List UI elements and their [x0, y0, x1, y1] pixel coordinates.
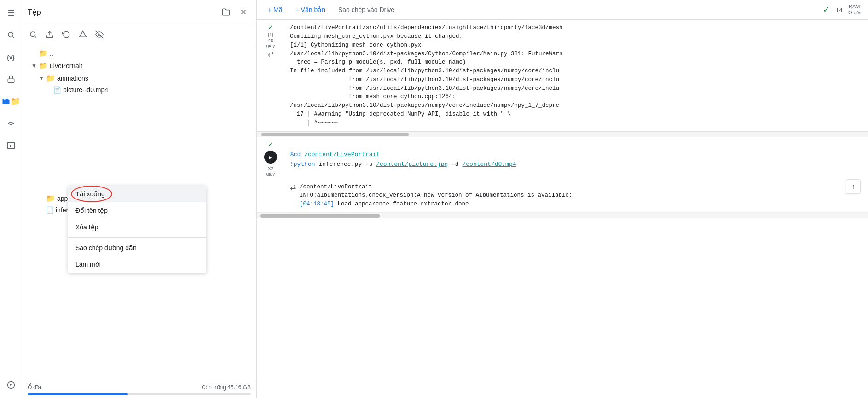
cell-2-output: /content/LivePortrait INFO:albumentation… [300, 183, 573, 209]
cell-2-output-wrapper: ⇄ /content/LivePortrait INFO:albumentati… [290, 183, 862, 209]
cell-2-time: 32giây [266, 166, 275, 176]
pyfile-icon-app: 📁 [46, 194, 55, 203]
main-toolbar: + Mã + Văn bản Sao chép vào Drive ✓ T4 R… [257, 0, 868, 20]
arrow-down-icon: ▼ [31, 63, 39, 69]
toolbar-right: ✓ T4 RAM Ổ đĩa [823, 4, 861, 16]
upload-file-icon[interactable] [42, 27, 57, 42]
sidebar-bottom: Ổ đĩa Còn trống 45.16 GB [22, 381, 256, 398]
cell-1-output: /content/LivePortrait/src/utils/dependen… [290, 23, 862, 127]
plus-text-label: + Văn bản [295, 6, 325, 13]
arrow-down-icon-2: ▼ [39, 75, 46, 82]
nav-disk-icon[interactable] [2, 376, 20, 394]
cell-2-reload-icon: ⇄ [290, 183, 296, 192]
notebook-content: ✓ [1] 46giây ⇄ /content/LivePortrait/src… [257, 20, 868, 398]
path-liveportrait: /content/LivePortrait [304, 151, 380, 158]
nav-terminal-icon[interactable] [2, 136, 20, 155]
nav-menu-icon[interactable]: ☰ [2, 4, 20, 22]
file-sidebar: Tệp [22, 0, 257, 398]
context-menu-copy-path[interactable]: Sao chép đường dẫn [68, 240, 206, 256]
nav-code-icon[interactable]: <> [2, 114, 20, 133]
svg-line-10 [35, 36, 36, 37]
hscroll-thumb-1 [261, 133, 409, 136]
tree-item-picture-d0[interactable]: 📄 picture--d0.mp4 [22, 84, 256, 95]
plus-code-label: + Mã [268, 6, 283, 13]
ram-label: RAM [849, 4, 860, 10]
svg-point-6 [10, 384, 12, 386]
cell-2-run-button[interactable]: ▶ [264, 151, 277, 164]
file-tree: 📁 .. ▼ 📁 LivePortrait ▼ 📁 animations 📄 p… [22, 45, 256, 217]
cell-1-reload-icon[interactable]: ⇄ [268, 49, 274, 58]
folder-icon-animations: 📁 [46, 74, 55, 82]
context-menu-download[interactable]: Tải xuống [68, 186, 206, 202]
bang-python: !python [290, 161, 315, 168]
tree-item-liveportrait[interactable]: ▼ 📁 LivePortrait [22, 59, 256, 72]
dest-path: /content/d0.mp4 [462, 161, 516, 168]
cell-1-time: 46giây [266, 38, 275, 48]
cell-1-check: ✓ [268, 23, 273, 31]
pct-cd: %cd [290, 151, 301, 158]
folder-icon-liveportrait: 📁 [39, 61, 48, 70]
cell-2-gutter: ✓ ▶ 32giây [257, 137, 284, 212]
svg-point-0 [8, 32, 13, 37]
context-menu-delete[interactable]: Xóa tệp [68, 219, 206, 235]
cell-1-number: [1] [268, 32, 273, 37]
nav-secrets-icon[interactable] [2, 70, 20, 88]
liveportrait-label: LivePortrait [50, 62, 82, 70]
close-sidebar-icon[interactable] [236, 5, 251, 19]
parent-dir-label: .. [50, 50, 53, 57]
nav-files-icon[interactable]: 📁 [2, 92, 20, 111]
disk-label: Ổ đĩa [28, 384, 41, 391]
search-files-icon[interactable] [26, 27, 41, 42]
add-text-button[interactable]: + Văn bản [292, 4, 329, 15]
cell-1-gutter: ✓ [1] 46giây ⇄ [257, 20, 284, 131]
disk-indicator-label: Ổ đĩa [848, 10, 861, 16]
sidebar-header-icons [219, 5, 251, 19]
scroll-up-button[interactable]: ↑ [846, 179, 861, 194]
disk-progress-fill [28, 393, 128, 395]
file-icon-mp4: 📄 [53, 86, 61, 94]
sidebar-header: Tệp [22, 0, 256, 24]
drive-btn-label: Sao chép vào Drive [338, 6, 394, 13]
svg-point-5 [7, 382, 14, 389]
source-path: /content/picture.jpg [376, 161, 448, 168]
ram-disk-indicator: RAM Ổ đĩa [848, 4, 861, 16]
add-code-button[interactable]: + Mã [264, 4, 286, 15]
nav-search-icon[interactable] [2, 26, 20, 44]
svg-line-1 [12, 36, 14, 38]
nav-variables-icon[interactable]: {x} [2, 48, 20, 66]
context-menu-divider [68, 237, 206, 238]
drive-sync-icon[interactable] [75, 27, 90, 42]
pyfile-icon-inference: 📄 [46, 206, 54, 214]
sidebar-toolbar [22, 24, 256, 45]
left-nav: ☰ {x} 📁 <> [0, 0, 22, 398]
tree-item-animations[interactable]: ▼ 📁 animations [22, 72, 256, 84]
context-menu-rename[interactable]: Đổi tên tệp [68, 202, 206, 219]
copy-to-drive-button[interactable]: Sao chép vào Drive [335, 4, 398, 15]
cell-1-body: /content/LivePortrait/src/utils/dependen… [284, 20, 868, 131]
hide-icon[interactable] [92, 27, 107, 42]
free-space-label: Còn trống 45.16 GB [202, 384, 251, 391]
context-menu-refresh[interactable]: Làm mới [68, 256, 206, 273]
svg-rect-2 [8, 79, 14, 82]
hscroll-bar-1[interactable] [257, 131, 868, 137]
cell-2-reload-row: ⇄ /content/LivePortrait INFO:albumentati… [290, 183, 862, 209]
sidebar-title: Tệp [28, 8, 41, 17]
status-check-icon: ✓ [823, 5, 830, 15]
disk-progress-bar [28, 393, 251, 395]
cell-2-input: %cd /content/LivePortrait !python infere… [290, 140, 862, 179]
svg-point-9 [30, 32, 35, 37]
svg-marker-12 [80, 31, 87, 37]
tree-item-parent[interactable]: 📁 .. [22, 47, 256, 59]
cell-2-body: %cd /content/LivePortrait !python infere… [284, 137, 868, 212]
picture-d0-label: picture--d0.mp4 [63, 86, 108, 94]
cell-1: ✓ [1] 46giây ⇄ /content/LivePortrait/src… [257, 20, 868, 131]
sidebar-content: 📁 .. ▼ 📁 LivePortrait ▼ 📁 animations 📄 p… [22, 45, 256, 381]
folder-icon: 📁 [39, 49, 48, 58]
hscroll-thumb-2 [260, 214, 380, 218]
runtime-label: T4 [835, 6, 842, 13]
hscroll-bar-2[interactable] [257, 213, 868, 218]
cell-2-check: ✓ [268, 140, 273, 148]
context-menu-download-wrapper: Tải xuống [68, 186, 206, 202]
refresh-files-icon[interactable] [59, 27, 74, 42]
new-folder-icon[interactable] [219, 5, 233, 19]
